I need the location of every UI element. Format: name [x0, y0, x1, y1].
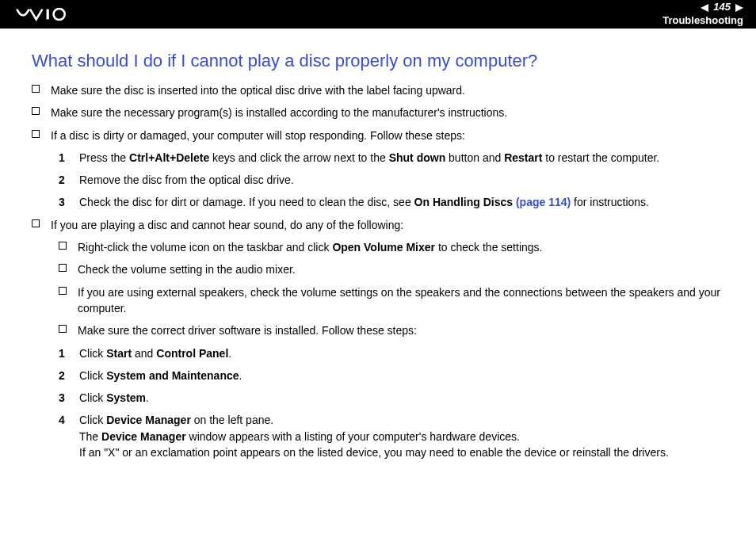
- bullet-icon: [32, 219, 40, 227]
- bullet-icon: [59, 242, 67, 250]
- header-right: 145 Troubleshooting: [662, 1, 743, 28]
- bullet-icon: [59, 287, 67, 295]
- svg-marker-2: [701, 4, 708, 12]
- page-nav: 145: [662, 1, 743, 14]
- list-item: If a disc is dirty or damaged, your comp…: [32, 128, 724, 143]
- step-text: Check the disc for dirt or damage. If yo…: [79, 194, 724, 210]
- svg-marker-3: [735, 4, 743, 12]
- nav-next-icon[interactable]: [732, 4, 743, 12]
- section-label: Troubleshooting: [662, 14, 743, 28]
- step-text: Click System.: [79, 390, 724, 406]
- step-text: Click Start and Control Panel.: [79, 345, 724, 361]
- page-number: 145: [713, 1, 731, 14]
- vaio-logo: [16, 6, 87, 22]
- step-text: Click System and Maintenance.: [79, 368, 724, 383]
- bullet-icon: [59, 325, 67, 333]
- svg-rect-0: [47, 10, 49, 20]
- list-item: If you are playing a disc and cannot hea…: [32, 217, 724, 233]
- bullet-icon: [32, 107, 40, 115]
- bullet-icon: [32, 85, 40, 93]
- list-item: Make sure the correct driver software is…: [59, 322, 724, 338]
- item-text: Right-click the volume icon on the taskb…: [78, 239, 724, 255]
- step-item: 2 Remove the disc from the optical disc …: [59, 172, 724, 188]
- list-item: Right-click the volume icon on the taskb…: [59, 239, 724, 255]
- bullet-icon: [32, 130, 40, 138]
- step-item: 1 Click Start and Control Panel.: [59, 345, 724, 361]
- bullet-icon: [59, 264, 67, 272]
- step-text: Click Device Manager on the left pane.Th…: [79, 412, 724, 460]
- content: What should I do if I cannot play a disc…: [0, 29, 756, 483]
- list-item: Make sure the disc is inserted into the …: [32, 82, 724, 98]
- step-item: 1 Press the Ctrl+Alt+Delete keys and cli…: [59, 150, 724, 166]
- step-text: Press the Ctrl+Alt+Delete keys and click…: [79, 150, 724, 166]
- svg-point-1: [54, 9, 65, 20]
- list-item: If you are using external speakers, chec…: [59, 284, 724, 317]
- nav-prev-icon[interactable]: [701, 4, 712, 12]
- list-item: Check the volume setting in the audio mi…: [59, 261, 724, 277]
- step-item: 2 Click System and Maintenance.: [59, 368, 724, 383]
- page-title: What should I do if I cannot play a disc…: [32, 51, 724, 71]
- step-item: 3 Check the disc for dirt or damage. If …: [59, 194, 724, 210]
- step-item: 4 Click Device Manager on the left pane.…: [59, 412, 724, 460]
- header-bar: 145 Troubleshooting: [0, 0, 756, 29]
- step-item: 3 Click System.: [59, 390, 724, 406]
- page-link[interactable]: (page 114): [516, 196, 571, 208]
- list-item: Make sure the necessary program(s) is in…: [32, 105, 724, 120]
